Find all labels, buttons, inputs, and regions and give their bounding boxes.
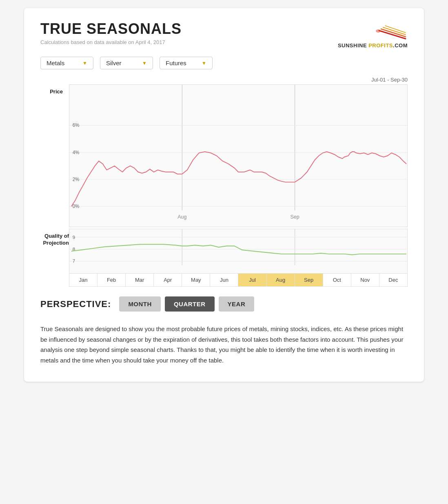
month-apr[interactable]: Apr	[154, 274, 182, 286]
svg-text:Aug: Aug	[177, 214, 186, 220]
month-jul[interactable]: Jul	[238, 274, 266, 286]
logo-area: SUNSHINE PROFITS.COM	[338, 20, 408, 49]
svg-text:7: 7	[73, 258, 75, 263]
quality-chart-svg: 7 8 9	[69, 229, 407, 273]
svg-line-0	[379, 31, 406, 39]
month-axis: Jan Feb Mar Apr May Jun Jul Aug Sep Oct …	[69, 274, 408, 287]
logo-text: SUNSHINE PROFITS.COM	[338, 42, 408, 49]
svg-text:9: 9	[73, 234, 75, 239]
month-jun[interactable]: Jun	[210, 274, 238, 286]
header-left: TRUE SEASONALS Calculations based on dat…	[40, 20, 182, 45]
svg-rect-5	[69, 85, 407, 227]
svg-text:6%: 6%	[73, 122, 80, 128]
svg-point-4	[376, 29, 381, 33]
svg-text:4%: 4%	[73, 150, 80, 155]
main-card: TRUE SEASONALS Calculations based on dat…	[24, 8, 424, 382]
month-jan[interactable]: Jan	[69, 274, 98, 286]
dropdowns-row: Metals ▼ Silver ▼ Futures ▼	[40, 57, 408, 69]
svg-text:Sep: Sep	[291, 214, 299, 220]
quality-chart-section: Quality ofProjection 7 8 9	[40, 229, 408, 274]
month-sep[interactable]: Sep	[295, 274, 323, 286]
perspective-label: PERSPECTIVE:	[40, 299, 111, 309]
month-may[interactable]: May	[182, 274, 210, 286]
month-nov[interactable]: Nov	[351, 274, 379, 286]
asset-dropdown-label: Silver	[106, 60, 122, 66]
perspective-section: PERSPECTIVE: MONTH QUARTER YEAR	[40, 296, 408, 312]
quality-label: Quality ofProjection	[40, 233, 69, 247]
category-dropdown[interactable]: Metals ▼	[40, 57, 93, 69]
price-chart-wrapper: 0% 2% 4% 6% Aug Sep	[69, 84, 408, 227]
svg-rect-18	[69, 229, 407, 273]
svg-text:2%: 2%	[73, 176, 80, 181]
month-oct[interactable]: Oct	[323, 274, 351, 286]
month-feb[interactable]: Feb	[98, 274, 126, 286]
price-label: Price	[40, 88, 63, 95]
quarter-button[interactable]: QUARTER	[165, 296, 215, 312]
description-text: True Seasonals are designed to show you …	[40, 324, 408, 365]
quality-chart-wrapper: 7 8 9	[69, 229, 408, 274]
month-mar[interactable]: Mar	[126, 274, 154, 286]
page-title: TRUE SEASONALS	[40, 20, 182, 38]
asset-dropdown-arrow: ▼	[142, 60, 147, 66]
subtitle: Calculations based on data available on …	[40, 39, 182, 45]
price-chart-section: Price 0% 2% 4% 6	[40, 84, 408, 227]
asset-dropdown[interactable]: Silver ▼	[100, 57, 153, 69]
header: TRUE SEASONALS Calculations based on dat…	[40, 20, 408, 49]
category-dropdown-arrow: ▼	[82, 60, 87, 66]
type-dropdown-label: Futures	[166, 60, 186, 66]
logo-icon	[371, 22, 408, 41]
svg-text:0%: 0%	[73, 203, 80, 209]
perspective-buttons: MONTH QUARTER YEAR	[119, 296, 254, 312]
month-dec[interactable]: Dec	[379, 274, 407, 286]
type-dropdown[interactable]: Futures ▼	[160, 57, 213, 69]
type-dropdown-arrow: ▼	[202, 60, 206, 66]
category-dropdown-label: Metals	[47, 60, 64, 66]
price-chart-svg: 0% 2% 4% 6% Aug Sep	[69, 85, 407, 227]
date-range: Jul-01 - Sep-30	[40, 77, 408, 83]
month-aug[interactable]: Aug	[267, 274, 295, 286]
year-button[interactable]: YEAR	[219, 296, 255, 312]
month-button[interactable]: MONTH	[119, 296, 161, 312]
